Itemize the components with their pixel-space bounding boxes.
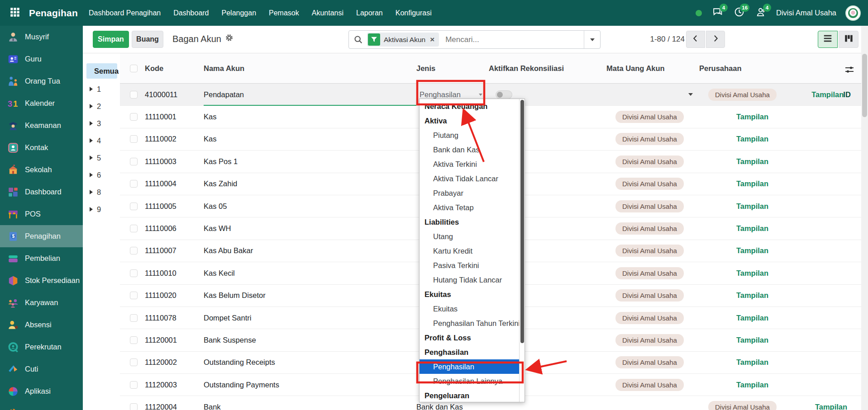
navbar-menu-item[interactable]: Akuntansi	[305, 0, 350, 26]
dropdown-option[interactable]: Penghasilan	[420, 359, 520, 374]
dropdown-option[interactable]: Aktiva Tidak Lancar	[420, 171, 520, 186]
dropdown-option[interactable]: Kartu Kredit	[420, 244, 520, 258]
sidebar-item[interactable]: POS	[0, 203, 83, 225]
sidebar-item[interactable]: Musyrif	[0, 26, 83, 48]
sidebar-item[interactable]: Aplikasi	[0, 380, 83, 402]
filter-group-item[interactable]: 4	[83, 132, 120, 149]
filter-chip[interactable]: Aktivasi Akun ×	[367, 33, 439, 47]
sidebar-item[interactable]: Absensi	[0, 314, 83, 336]
navbar-menu-item[interactable]: Konfigurasi	[389, 0, 438, 26]
dropdown-option[interactable]: Prabayar	[420, 186, 520, 200]
view-button[interactable]: Tampilan	[736, 113, 768, 121]
sidebar-item[interactable]: Keamanan	[0, 114, 83, 137]
filter-all-item[interactable]: Semua	[86, 63, 117, 79]
row-checkbox[interactable]	[130, 225, 138, 232]
view-button[interactable]: Tampilan	[736, 291, 768, 299]
sidebar-item[interactable]: Orang Tua	[0, 70, 83, 92]
filter-group-item[interactable]: 2	[83, 98, 120, 115]
dropdown-option[interactable]: Aktiva	[420, 113, 520, 128]
row-checkbox[interactable]	[130, 91, 138, 99]
sidebar-item[interactable]: Kontak	[0, 137, 83, 159]
dropdown-option[interactable]: Bank dan Kas	[420, 142, 520, 157]
sidebar-item[interactable]: Dashboard	[0, 181, 83, 203]
filter-group-item[interactable]: 9	[83, 201, 120, 218]
navbar-menu-item[interactable]: Dashboard	[167, 0, 215, 26]
row-checkbox[interactable]	[130, 314, 138, 322]
sidebar-item[interactable]: Sekolah	[0, 159, 83, 181]
dropdown-option[interactable]: Penghasilan Lainnya	[420, 374, 520, 388]
sidebar-item[interactable]: Perekrutan	[0, 336, 83, 358]
view-button[interactable]: Tampilan	[736, 202, 768, 210]
row-checkbox[interactable]	[130, 247, 138, 254]
select-all-checkbox[interactable]	[130, 65, 138, 72]
dropdown-option[interactable]: Neraca Keuangan	[420, 99, 520, 113]
row-checkbox[interactable]	[130, 158, 138, 165]
user-avatar[interactable]	[845, 5, 861, 21]
navbar-menu-item[interactable]: Laporan	[350, 0, 389, 26]
dropdown-option[interactable]: Piutang	[420, 128, 520, 142]
row-checkbox[interactable]	[130, 269, 138, 277]
filter-chip-close-icon[interactable]: ×	[429, 35, 438, 44]
view-button[interactable]: Tampilan	[736, 336, 768, 344]
sidebar-item[interactable]: Stok Persediaan	[0, 269, 83, 292]
dropdown-scroll-thumb[interactable]	[520, 100, 524, 343]
navbar-menu-item[interactable]: Dashboard Penagihan	[82, 0, 167, 26]
view-button[interactable]: Tampilan	[736, 314, 768, 322]
dropdown-option[interactable]: Ekuitas	[420, 287, 520, 302]
view-button[interactable]: Tampilan	[736, 224, 768, 232]
reconcile-toggle[interactable]	[496, 90, 512, 99]
view-button[interactable]: Tampilan	[736, 135, 768, 143]
navbar-menu-item[interactable]: Pemasok	[262, 0, 305, 26]
list-view-button[interactable]	[818, 31, 838, 48]
save-button[interactable]: Simpan	[93, 31, 129, 48]
dropdown-option[interactable]: Hutang Tidak Lancar	[420, 273, 520, 287]
row-checkbox[interactable]	[130, 113, 138, 121]
sidebar-item[interactable]: Pembelian	[0, 247, 83, 269]
row-checkbox[interactable]	[130, 292, 138, 299]
filter-group-item[interactable]: 5	[83, 149, 120, 166]
messages-button[interactable]: 4	[711, 7, 724, 19]
view-button[interactable]: Tampilan	[811, 90, 844, 99]
view-button[interactable]: Tampilan	[736, 358, 768, 366]
gear-icon[interactable]	[225, 33, 234, 44]
sidebar-item[interactable]: Pengaturan	[0, 402, 83, 410]
dropdown-option[interactable]: Pengeluaran	[420, 388, 520, 402]
sidebar-item[interactable]: Cuti	[0, 358, 83, 380]
app-switcher-button[interactable]	[7, 5, 23, 21]
row-checkbox[interactable]	[130, 135, 138, 143]
sales-notifications-button[interactable]: $ 4	[754, 7, 767, 19]
dropdown-option[interactable]: Aktiva Terkini	[420, 157, 520, 171]
view-button[interactable]: Tampilan	[736, 381, 768, 389]
row-checkbox[interactable]	[130, 180, 138, 188]
dropdown-option[interactable]: Utang	[420, 229, 520, 244]
dropdown-option[interactable]: Liabilities	[420, 215, 520, 229]
dropdown-option[interactable]: Ekuitas	[420, 302, 520, 316]
view-button[interactable]: Tampilan	[736, 246, 768, 254]
window-scroll-thumb[interactable]	[862, 54, 867, 117]
filter-group-item[interactable]: 8	[83, 184, 120, 201]
sidebar-item[interactable]: $ Penagihan	[0, 225, 83, 247]
activities-button[interactable]: 16	[733, 7, 745, 19]
company-switcher[interactable]: Divisi Amal Usaha	[776, 9, 836, 17]
dropdown-option[interactable]: Profit & Loss	[420, 330, 520, 345]
search-input[interactable]	[444, 35, 584, 45]
filter-group-item[interactable]: 1	[83, 80, 120, 98]
view-button[interactable]: Tampilan	[736, 179, 768, 188]
pager-next-button[interactable]	[706, 31, 725, 48]
optional-columns-icon[interactable]	[844, 64, 855, 77]
view-button[interactable]: Tampilan	[815, 403, 847, 410]
view-button[interactable]: Tampilan	[736, 157, 768, 165]
dropdown-option[interactable]: Penghasilan Tahun Terkini	[420, 316, 520, 330]
kanban-view-button[interactable]	[839, 31, 858, 48]
account-type-select[interactable]: Penghasilan	[416, 90, 489, 99]
sidebar-item[interactable]: Guru	[0, 48, 83, 70]
row-checkbox[interactable]	[130, 336, 138, 344]
sidebar-item[interactable]: Karyawan	[0, 292, 83, 314]
row-checkbox[interactable]	[130, 381, 138, 389]
search-box[interactable]: Aktivasi Akun ×	[348, 30, 601, 49]
window-scrollbar[interactable]	[861, 26, 868, 410]
sidebar-item[interactable]: 31 Kalender	[0, 92, 83, 114]
dropdown-option[interactable]: Aktiva Tetap	[420, 200, 520, 215]
currency-select[interactable]	[606, 93, 699, 96]
pager-prev-button[interactable]	[686, 31, 705, 48]
